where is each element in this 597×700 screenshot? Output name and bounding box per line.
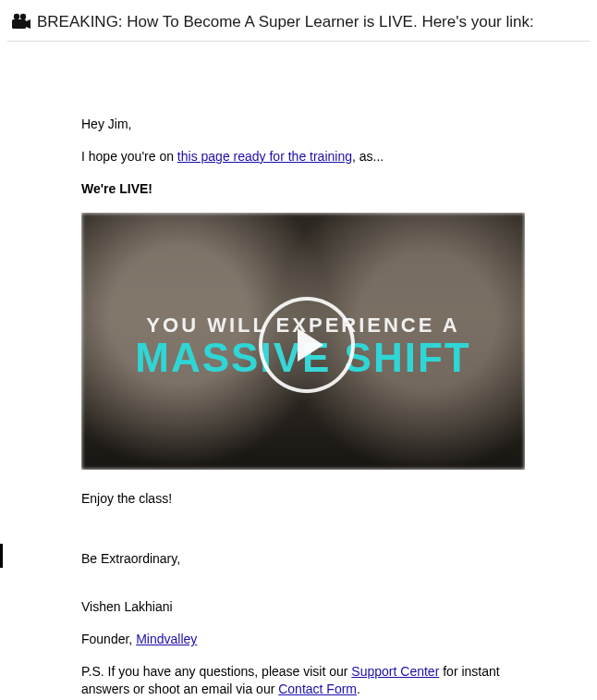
svg-point-0 — [14, 14, 19, 19]
org-link[interactable]: Mindvalley — [136, 632, 197, 646]
live-announcement: We're LIVE! — [81, 180, 525, 198]
subject-row: BREAKING: How To Become A Super Learner … — [7, 9, 590, 42]
movie-camera-icon — [11, 13, 31, 31]
video-thumbnail[interactable]: YOU WILL EXPERIENCE A MASSIVE SHIFT — [81, 213, 525, 470]
greeting: Hey Jim, — [81, 116, 525, 133]
spacer — [81, 582, 525, 598]
ps-suffix: . — [357, 682, 360, 696]
edge-marker — [0, 544, 3, 568]
sender-title-prefix: Founder, — [81, 632, 136, 646]
sender-title: Founder, Mindvalley — [81, 631, 525, 648]
training-page-link[interactable]: this page ready for the training — [177, 149, 352, 164]
contact-form-link[interactable]: Contact Form — [278, 682, 357, 696]
email-body: Hey Jim, I hope you're on this page read… — [7, 42, 590, 700]
svg-rect-2 — [12, 19, 26, 29]
postscript: P.S. If you have any questions, please v… — [81, 663, 525, 698]
email-subject: BREAKING: How To Become A Super Learner … — [37, 13, 534, 31]
intro-line: I hope you're on this page ready for the… — [81, 148, 525, 166]
enjoy-line: Enjoy the class! — [81, 490, 525, 508]
play-icon — [298, 328, 323, 362]
svg-point-1 — [20, 14, 26, 19]
sender-name: Vishen Lakhiani — [81, 598, 525, 616]
play-button[interactable] — [259, 297, 355, 393]
support-center-link[interactable]: Support Center — [351, 664, 439, 679]
email-page: BREAKING: How To Become A Super Learner … — [0, 0, 597, 700]
signoff: Be Extraordinary, — [81, 550, 525, 568]
intro-suffix: , as... — [352, 149, 384, 164]
intro-prefix: I hope you're on — [81, 149, 177, 164]
spacer — [81, 522, 525, 550]
ps-prefix: P.S. If you have any questions, please v… — [81, 664, 351, 679]
